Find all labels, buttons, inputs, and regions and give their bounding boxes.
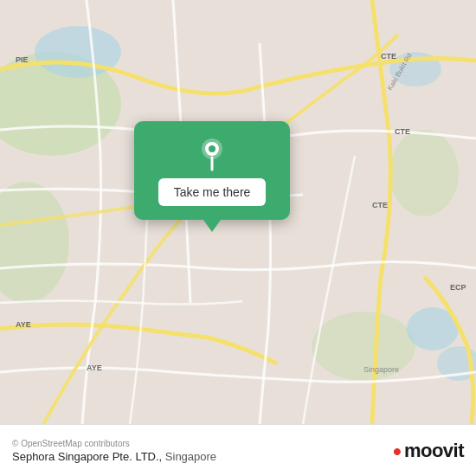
svg-text:PIE: PIE — [16, 55, 29, 64]
svg-text:ECP: ECP — [450, 283, 466, 292]
map-view: PIE CTE CTE AYE AYE ECP CTE Singapore Ka… — [0, 0, 476, 424]
svg-text:CTE: CTE — [395, 127, 410, 136]
copyright-text: © OpenStreetMap contributors — [12, 439, 216, 448]
moovit-dot: • — [393, 440, 402, 464]
location-info: © OpenStreetMap contributors Sephora Sin… — [12, 439, 216, 463]
svg-text:CTE: CTE — [381, 52, 396, 61]
pin-icon — [193, 133, 231, 171]
svg-point-3 — [389, 130, 459, 216]
svg-text:CTE: CTE — [372, 201, 388, 209]
moovit-logo: • moovit — [393, 440, 464, 462]
svg-point-20 — [209, 145, 215, 152]
svg-text:Singapore: Singapore — [363, 365, 399, 374]
svg-text:AYE: AYE — [16, 320, 31, 329]
take-me-there-button[interactable]: Take me there — [158, 178, 267, 206]
location-popup: Take me there — [134, 121, 290, 220]
bottom-bar: © OpenStreetMap contributors Sephora Sin… — [0, 424, 476, 476]
svg-text:AYE: AYE — [87, 363, 102, 372]
moovit-wordmark: moovit — [404, 440, 464, 462]
location-name: Sephora Singapore Pte. LTD., Singapore — [12, 450, 216, 463]
